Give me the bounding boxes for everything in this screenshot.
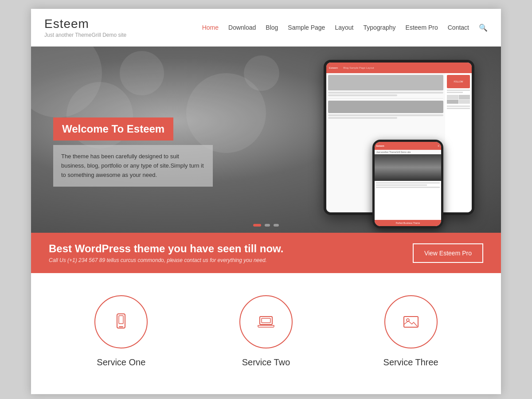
phone-line-2 xyxy=(376,184,427,186)
cta-title: Best WordPress theme you have seen till … xyxy=(49,243,284,255)
service-item-3: Service Three xyxy=(367,295,455,368)
phone-screen: Esteem ≡ Just another ThemeGrill Demo si… xyxy=(375,142,441,226)
tablet-line-3 xyxy=(328,114,443,116)
logo-subtitle: Just another ThemeGrill Demo site xyxy=(44,32,126,38)
service-item-1: Service One xyxy=(77,295,165,368)
logo-area: Esteem Just another ThemeGrill Demo site xyxy=(44,17,126,38)
slider-dots xyxy=(253,224,279,227)
tablet-line-1 xyxy=(328,92,443,94)
laptop-icon xyxy=(256,312,276,332)
cta-text: Best WordPress theme you have seen till … xyxy=(49,243,284,263)
slider-dot-3[interactable] xyxy=(274,224,279,227)
nav-item-contact[interactable]: Contact xyxy=(448,24,469,31)
svg-rect-2 xyxy=(119,316,123,324)
tablet-sidebar-line-1 xyxy=(447,90,470,91)
service-3-name: Service Three xyxy=(383,357,438,368)
svg-rect-1 xyxy=(119,326,123,327)
slider-dot-1[interactable] xyxy=(253,224,261,227)
nav-item-layout[interactable]: Layout xyxy=(335,24,353,31)
tablet-sidebar-img: FOLLOW xyxy=(447,75,470,88)
tablet-grid xyxy=(447,95,470,104)
phone-content xyxy=(375,181,441,218)
services-section: Service One Service Two Serv xyxy=(31,273,501,394)
tablet-nav-links: Blog Sample Page Layout xyxy=(343,66,374,69)
svg-rect-5 xyxy=(404,317,418,327)
bokeh-3 xyxy=(120,51,164,95)
tablet-sidebar-line-2 xyxy=(447,92,463,93)
tablet-nav: Esteem xyxy=(329,66,338,69)
service-2-icon-circle xyxy=(239,295,293,348)
cta-subtitle: Call Us (+1) 234 567 89 tellus curcus co… xyxy=(49,257,284,263)
phone-device: Esteem ≡ Just another ThemeGrill Demo si… xyxy=(372,140,443,228)
phone-banner: Perfect Business Theme xyxy=(375,220,441,226)
tablet-post-img-1 xyxy=(328,75,443,90)
service-1-name: Service One xyxy=(97,357,145,368)
phone-line-1 xyxy=(376,182,440,184)
nav-item-sample-page[interactable]: Sample Page xyxy=(288,24,325,31)
view-esteem-pro-button[interactable]: View Esteem Pro xyxy=(413,243,483,263)
bokeh-5 xyxy=(244,55,279,91)
phone-line-3 xyxy=(376,187,440,188)
tablet-post-img-2 xyxy=(328,101,443,113)
image-icon xyxy=(401,312,421,332)
tablet-sidebar: FOLLOW xyxy=(445,73,472,212)
phone-img xyxy=(375,154,441,181)
phone-tagline: Just another ThemeGrill Demo site xyxy=(375,150,441,154)
page-wrapper: Esteem Just another ThemeGrill Demo site… xyxy=(31,9,501,394)
service-3-icon-circle xyxy=(384,295,438,348)
tablet-header: Esteem Blog Sample Page Layout xyxy=(326,63,472,73)
cta-banner: Best WordPress theme you have seen till … xyxy=(31,233,501,273)
tablet-line-4 xyxy=(328,117,397,119)
nav-item-esteem-pro[interactable]: Esteem Pro xyxy=(406,24,438,31)
search-icon[interactable]: 🔍 xyxy=(479,23,488,32)
nav-item-download[interactable]: Download xyxy=(228,24,256,31)
svg-rect-4 xyxy=(262,318,270,323)
nav-item-typography[interactable]: Typography xyxy=(363,24,395,31)
service-1-icon-circle xyxy=(94,295,148,348)
service-2-name: Service Two xyxy=(242,357,290,368)
service-item-2: Service Two xyxy=(222,295,310,368)
tablet-sidebar-line-4 xyxy=(447,108,470,109)
mobile-icon xyxy=(111,312,131,332)
tablet-divider xyxy=(328,98,443,99)
header: Esteem Just another ThemeGrill Demo site… xyxy=(31,9,501,47)
phone-title: Esteem xyxy=(376,145,384,147)
logo-title: Esteem xyxy=(44,17,126,31)
phone-header: Esteem ≡ xyxy=(375,142,441,150)
phone-banner-text: Perfect Business Theme xyxy=(396,222,420,224)
slider-dot-2[interactable] xyxy=(265,224,270,227)
hero-title: Welcome To Esteem xyxy=(53,117,173,141)
nav-item-blog[interactable]: Blog xyxy=(266,24,278,31)
tablet-line-2 xyxy=(328,94,397,96)
hero-text: Welcome To Esteem The theme has been car… xyxy=(53,117,213,187)
hero-description: The theme has been carefully designed to… xyxy=(53,145,213,187)
tablet-sidebar-line-3 xyxy=(447,106,470,107)
svg-rect-0 xyxy=(117,314,125,328)
hero-slider: Esteem Blog Sample Page Layout xyxy=(31,47,501,233)
nav-item-home[interactable]: Home xyxy=(202,24,219,31)
main-nav: Home Download Blog Sample Page Layout Ty… xyxy=(202,23,488,32)
